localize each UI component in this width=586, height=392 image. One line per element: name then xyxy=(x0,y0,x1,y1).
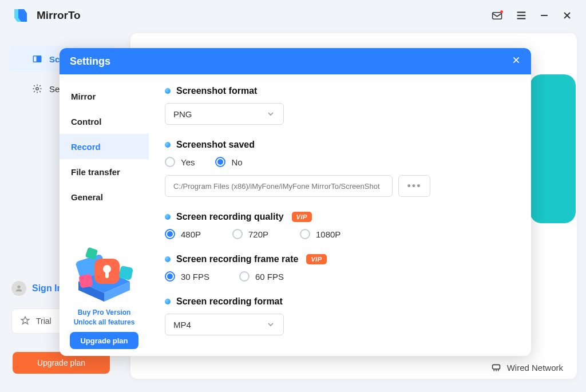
gear-icon xyxy=(32,84,43,94)
svg-rect-11 xyxy=(492,365,500,369)
settings-nav-general[interactable]: General xyxy=(60,184,149,209)
title-bar: MirrorTo xyxy=(0,0,586,31)
dropdown-value: PNG xyxy=(173,109,192,119)
browse-path-button[interactable]: ••• xyxy=(398,175,430,197)
connection-mode-label: Wired Network xyxy=(507,363,563,373)
radio-screenshot-saved-no[interactable]: No xyxy=(215,157,242,167)
radio-quality-1080p[interactable]: 1080P xyxy=(300,229,367,239)
svg-rect-22 xyxy=(78,274,93,288)
settings-modal: Settings Mirror Control Record File tran… xyxy=(60,48,531,356)
settings-nav: Mirror Control Record File transfer Gene… xyxy=(60,74,149,356)
mail-icon[interactable] xyxy=(491,8,506,23)
settings-content: Screenshot format PNG Screenshot saved Y… xyxy=(149,74,531,356)
svg-point-10 xyxy=(17,286,20,288)
radio-fps-60[interactable]: 60 FPS xyxy=(239,271,307,282)
close-icon[interactable] xyxy=(512,56,521,68)
chevron-down-icon xyxy=(266,109,275,118)
sign-in-link[interactable]: Sign In xyxy=(11,281,62,296)
setting-label: Screenshot format xyxy=(176,86,257,96)
setting-label: Screenshot saved xyxy=(176,140,255,150)
vip-badge: VIP xyxy=(292,212,312,222)
promo-illustration xyxy=(67,241,141,304)
minimize-icon[interactable] xyxy=(537,8,552,23)
app-name: MirrorTo xyxy=(37,9,81,22)
setting-label: Screen recording format xyxy=(176,296,283,307)
setting-label: Screen recording frame rate xyxy=(176,254,298,264)
screen-mirror-icon xyxy=(32,54,43,64)
svg-rect-8 xyxy=(37,56,41,62)
trial-label: Trial xyxy=(36,316,52,326)
settings-nav-mirror[interactable]: Mirror xyxy=(60,84,149,109)
modal-header: Settings xyxy=(60,48,531,74)
radio-fps-30[interactable]: 30 FPS xyxy=(165,271,232,282)
settings-nav-file-transfer[interactable]: File transfer xyxy=(60,159,149,184)
svg-rect-21 xyxy=(118,266,133,280)
recording-format-dropdown[interactable]: MP4 xyxy=(165,314,284,335)
screenshot-path-input[interactable] xyxy=(165,175,393,197)
menu-icon[interactable] xyxy=(514,8,529,23)
setting-recording-format: Screen recording format MP4 xyxy=(165,296,510,335)
app-logo xyxy=(11,6,30,25)
screenshot-format-dropdown[interactable]: PNG xyxy=(165,103,284,125)
settings-nav-control[interactable]: Control xyxy=(60,109,149,134)
radio-quality-720p[interactable]: 720P xyxy=(232,229,300,239)
setting-screenshot-saved: Screenshot saved Yes No ••• xyxy=(165,140,510,197)
radio-quality-480p[interactable]: 480P xyxy=(165,229,232,239)
svg-rect-20 xyxy=(105,271,109,278)
settings-nav-record[interactable]: Record xyxy=(60,134,149,159)
sign-in-label: Sign In xyxy=(32,283,62,294)
chevron-down-icon xyxy=(266,320,275,329)
promo-text: Buy Pro Version Unlock all features xyxy=(66,308,142,327)
vip-badge: VIP xyxy=(306,254,326,264)
setting-label: Screen recording quality xyxy=(176,212,284,222)
avatar-icon xyxy=(11,281,26,296)
svg-rect-0 xyxy=(493,13,502,19)
connection-mode[interactable]: Wired Network xyxy=(490,361,563,374)
upgrade-plan-button[interactable]: Upgrade plan xyxy=(70,332,138,349)
close-window-icon[interactable] xyxy=(560,8,575,23)
promo-box: Buy Pro Version Unlock all features Upgr… xyxy=(60,236,149,356)
setting-recording-fps: Screen recording frame rateVIP 30 FPS 60… xyxy=(165,254,510,282)
radio-screenshot-saved-yes[interactable]: Yes xyxy=(165,157,195,167)
svg-point-9 xyxy=(36,88,39,90)
setting-screenshot-format: Screenshot format PNG xyxy=(165,86,510,125)
setting-recording-quality: Screen recording qualityVIP 480P 720P 10… xyxy=(165,212,510,239)
dropdown-value: MP4 xyxy=(173,320,191,330)
decorative-panel xyxy=(530,74,576,223)
modal-title: Settings xyxy=(70,56,110,68)
ellipsis-icon: ••• xyxy=(407,180,422,192)
